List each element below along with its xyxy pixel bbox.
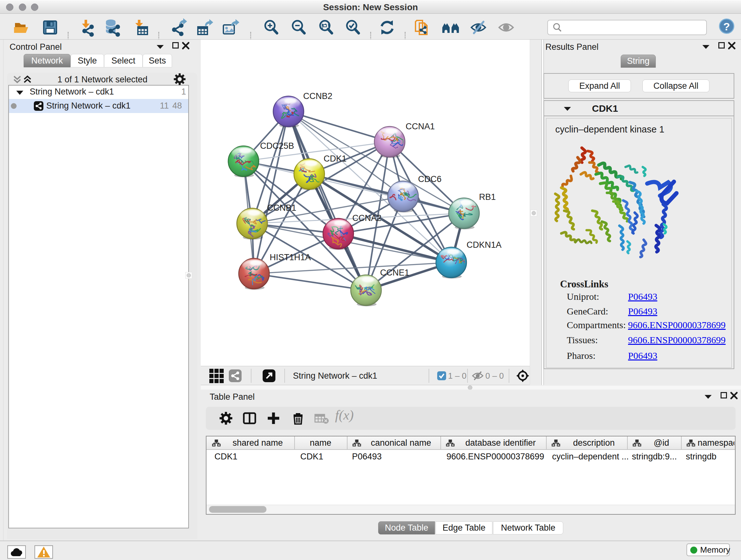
svg-text:CDC25B: CDC25B: [260, 141, 294, 151]
svg-text:CDKN1A: CDKN1A: [467, 240, 502, 250]
svg-text:CDK1: CDK1: [324, 154, 347, 164]
svg-text:CCNA2: CCNA2: [352, 213, 382, 223]
svg-text:CDC6: CDC6: [418, 174, 442, 184]
svg-text:CCNB1: CCNB1: [267, 203, 296, 212]
svg-text:CCNB2: CCNB2: [303, 91, 333, 101]
svg-text:CCNE1: CCNE1: [380, 268, 409, 277]
svg-text:CCNA1: CCNA1: [406, 122, 435, 131]
svg-text:HIST1H1A: HIST1H1A: [270, 253, 311, 262]
svg-text:RB1: RB1: [479, 192, 496, 202]
